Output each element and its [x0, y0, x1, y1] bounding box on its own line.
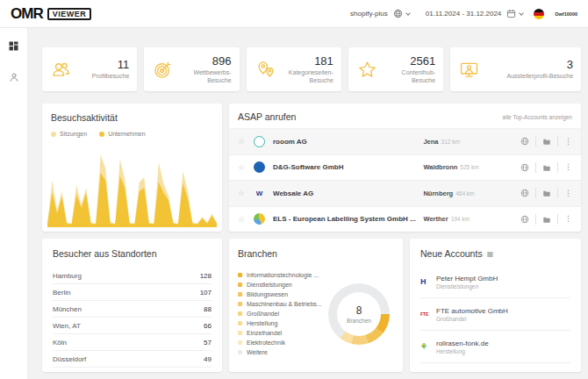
- table-row: München88: [53, 301, 212, 318]
- user-id-label[interactable]: Owf10000: [555, 11, 577, 17]
- folder-icon[interactable]: [542, 185, 551, 201]
- stat-label: Ausstellerprofil-Besuche: [507, 72, 573, 80]
- account-name: rollrasen-fonk.de: [436, 340, 489, 347]
- branchen-card: Branchen Informationstechnologie ... Die…: [229, 239, 403, 372]
- folder-icon[interactable]: [542, 211, 551, 227]
- distance-label: 464 km: [455, 190, 474, 197]
- company-logo: [254, 213, 265, 225]
- divider: [557, 188, 558, 198]
- stat-value: 11: [92, 58, 129, 71]
- asap-row[interactable]: ☆ ELS - European Labelling System GmbH .…: [229, 206, 581, 232]
- legend-item: Herstellung: [238, 318, 324, 328]
- stats-row: 11 Profilbesuche 896 Wettbewerbs-Besuche: [42, 47, 581, 91]
- legend-item: Bildungswesen: [238, 290, 324, 299]
- company-logo: H: [420, 277, 436, 286]
- company-name: rooom AG: [273, 138, 423, 146]
- account-selector-label[interactable]: shopify-plus: [350, 10, 388, 18]
- company-logo: [254, 161, 265, 173]
- account-name: FTE automotive GmbH: [436, 307, 508, 315]
- new-accounts-list: H Peter Hempt GmbHDienstleistungen FTE F…: [420, 266, 570, 363]
- date-range-label[interactable]: 01.11.2024 - 31.12.2024: [426, 10, 502, 18]
- asap-row[interactable]: ☆ D&G-Software GmbH Waldbronn525 km ⋮: [229, 154, 581, 181]
- globe-icon[interactable]: [520, 133, 529, 149]
- kebab-menu-icon[interactable]: ⋮: [564, 138, 572, 146]
- people-icon: [50, 59, 72, 81]
- kebab-menu-icon[interactable]: ⋮: [564, 163, 572, 171]
- table-row: Wien, AT66: [53, 318, 212, 334]
- globe-icon[interactable]: [520, 185, 529, 201]
- distance-label: 525 km: [460, 164, 478, 170]
- stat-label: Contenthub-Besuche: [378, 68, 435, 84]
- account-industry: Großhandel: [436, 316, 508, 322]
- folder-icon[interactable]: [542, 160, 551, 175]
- legend-item: Informationstechnologie ...: [238, 270, 324, 280]
- locations-table: Hamburg128 Berlin107 München88 Wien, AT6…: [53, 268, 212, 368]
- legend-item-unternehmen[interactable]: Unternehmen: [99, 131, 145, 137]
- favorite-star-icon[interactable]: ☆: [238, 137, 254, 146]
- stat-card-kategorieseiten: 181 Kategorieseiten-Besuche: [247, 47, 341, 91]
- kebab-menu-icon[interactable]: ⋮: [564, 190, 572, 197]
- sidebar-item-dashboard[interactable]: [5, 37, 23, 54]
- favorite-star-icon[interactable]: ☆: [238, 215, 254, 224]
- list-item[interactable]: H Peter Hempt GmbHDienstleistungen: [420, 266, 570, 298]
- stat-card-wettbewerbs: 896 Wettbewerbs-Besuche: [144, 47, 239, 91]
- divider: [557, 136, 558, 147]
- account-industry: Herstellung: [436, 348, 489, 354]
- branchen-legend: Informationstechnologie ... Dienstleistu…: [238, 270, 324, 357]
- chevron-down-icon[interactable]: [405, 11, 411, 16]
- account-industry: Dienstleistungen: [436, 283, 498, 290]
- legend-dot: [99, 132, 104, 137]
- kebab-menu-icon[interactable]: ⋮: [564, 215, 572, 223]
- globe-icon[interactable]: [393, 9, 403, 18]
- branchen-donut-chart: 8 Branchen: [328, 283, 390, 345]
- company-city: Jena312 km: [423, 138, 520, 146]
- besuchsaktivitaet-card: Besuchsaktivität Sitzungen Unternehmen: [42, 104, 222, 232]
- legend-item: Maschinenbau & Betriebs...: [238, 299, 324, 309]
- star-icon: [356, 59, 378, 81]
- stat-value: 2561: [378, 54, 435, 68]
- map-pins-icon: [255, 59, 276, 81]
- divider: [535, 188, 536, 198]
- neue-accounts-card: Neue Accounts ▦ H Peter Hempt GmbHDienst…: [410, 239, 581, 372]
- list-item[interactable]: FTE FTE automotive GmbHGroßhandel: [420, 298, 570, 331]
- divider: [535, 214, 536, 225]
- sidebar-item-accounts[interactable]: [5, 68, 23, 86]
- divider: [535, 162, 536, 173]
- chevron-down-icon[interactable]: [519, 11, 524, 16]
- globe-icon[interactable]: [520, 160, 529, 175]
- stat-label: Kategorieseiten-Besuche: [276, 68, 333, 84]
- sidebar: [0, 28, 28, 379]
- omr-logo: OMR VIEWER: [11, 5, 91, 23]
- divider: [557, 214, 558, 225]
- company-name: Websale AG: [273, 190, 423, 197]
- stat-label: Wettbewerbs-Besuche: [174, 68, 231, 84]
- legend-dot: [51, 132, 56, 137]
- asap-row[interactable]: ☆ rooom AG Jena312 km ⋮: [229, 128, 581, 154]
- favorite-star-icon[interactable]: ☆: [238, 189, 254, 197]
- donut-center-value: 8: [356, 304, 362, 317]
- grid-icon[interactable]: ▦: [487, 250, 494, 258]
- card-title: Neue Accounts: [420, 248, 483, 259]
- monitor-person-icon: [458, 59, 480, 81]
- legend-item-sitzungen[interactable]: Sitzungen: [51, 131, 87, 137]
- calendar-icon[interactable]: [506, 9, 516, 18]
- activity-legend: Sitzungen Unternehmen: [51, 131, 213, 137]
- distance-label: 194 km: [451, 216, 470, 222]
- card-title: Besuchsaktivität: [51, 112, 213, 123]
- folder-icon[interactable]: [542, 133, 551, 149]
- favorite-star-icon[interactable]: ☆: [238, 163, 254, 172]
- asap-row[interactable]: ☆ W Websale AG Nürnberg464 km ⋮: [229, 180, 581, 206]
- show-all-top-accounts-link[interactable]: alle Top-Accounts anzeigen: [503, 114, 572, 120]
- company-city: Werther194 km: [423, 215, 520, 223]
- logo-text: OMR: [11, 5, 43, 23]
- globe-icon[interactable]: [520, 211, 529, 227]
- top-header: OMR VIEWER shopify-plus 01.11.2024 - 31.…: [0, 0, 588, 28]
- legend-label: Unternehmen: [108, 131, 145, 137]
- asap-rows: ☆ rooom AG Jena312 km ⋮: [229, 128, 581, 232]
- account-name: Peter Hempt GmbH: [436, 275, 498, 282]
- german-flag-icon[interactable]: [534, 9, 544, 19]
- table-row: Köln57: [53, 334, 212, 351]
- list-item[interactable]: ⚘ rollrasen-fonk.deHerstellung: [420, 331, 570, 363]
- legend-label: Sitzungen: [60, 131, 87, 137]
- stat-label: Profilbesuche: [92, 72, 129, 80]
